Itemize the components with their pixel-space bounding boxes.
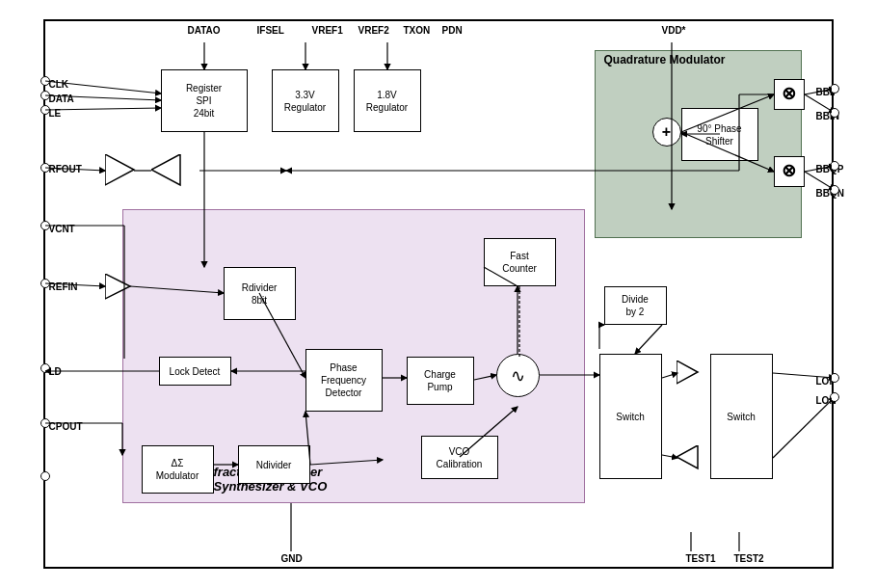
svg-marker-3 (677, 361, 698, 384)
svg-marker-2 (105, 274, 130, 299)
rdivider-block: Rdivider8bit (224, 267, 296, 320)
pin-le: LE (49, 108, 62, 119)
switch1-block: Switch (599, 354, 662, 479)
phase-90-block: 90° PhaseShifter (681, 108, 758, 161)
reg-3v3-block: 3.3VRegulator (272, 69, 339, 132)
lock-detect-block: Lock Detect (159, 357, 231, 386)
circle-bbqp (830, 161, 839, 171)
vco-oscillator: ∿ (496, 354, 540, 397)
circle-rfout (40, 163, 50, 173)
pin-pdn: PDN (442, 25, 463, 36)
svg-line-31 (635, 325, 662, 354)
mixer-top-block: ⊗ (774, 79, 805, 110)
fast-counter-block: FastCounter (484, 238, 556, 286)
pin-txon: TXON (404, 25, 431, 36)
mixer-bottom-block: ⊗ (774, 156, 805, 187)
svg-line-34 (662, 373, 677, 378)
svg-line-35 (662, 455, 677, 458)
phase-freq-block: PhaseFrequencyDetector (305, 349, 383, 412)
circle-vcnt (40, 221, 50, 230)
circle-clk (40, 76, 50, 86)
pin-cpout: CPOUT (49, 421, 83, 432)
pin-datao: DATAO (188, 25, 221, 36)
svg-marker-1 (151, 154, 180, 185)
circle-bbin (830, 108, 839, 118)
amp-bottom (677, 445, 709, 470)
svg-line-37 (773, 397, 832, 458)
pin-refin: REFIN (49, 281, 78, 292)
pin-vdd: VDD* (662, 25, 686, 36)
pin-rfout: RFOUT (49, 164, 82, 174)
pin-vref1: VREF1 (312, 25, 343, 36)
circle-data (40, 91, 50, 100)
circle-bottom-left (40, 471, 50, 481)
refin-buffer (105, 274, 144, 301)
register-spi-block: RegisterSPI24bit (161, 69, 248, 132)
circle-ld (40, 363, 50, 373)
svg-marker-0 (105, 154, 134, 185)
circle-bbqn (830, 185, 839, 195)
divide-by2-block: Divideby 2 (604, 286, 667, 325)
amp-top (677, 361, 709, 386)
delta-sigma-block: ΔΣModulator (142, 445, 214, 494)
svg-line-7 (45, 108, 161, 110)
pin-test1: TEST1 (686, 553, 716, 564)
circle-lop (830, 373, 839, 383)
pin-vref2: VREF2 (358, 25, 389, 36)
output-buffer-right (151, 154, 199, 187)
pin-vcnt: VCNT (49, 224, 75, 234)
diagram-container: fractional / IntegerSynthesizer & VCO Qu… (43, 19, 834, 569)
svg-marker-4 (677, 445, 698, 468)
switch2-block: Switch (710, 354, 773, 479)
summer-node: + (652, 118, 681, 147)
circle-refin (40, 279, 50, 288)
charge-pump-block: ChargePump (407, 357, 474, 405)
pin-ifsel: IFSEL (257, 25, 284, 36)
vco-cal-block: VCOCalibration (421, 436, 498, 479)
circle-le (40, 105, 50, 115)
circle-cpout (40, 418, 50, 428)
output-buffer-left (105, 154, 153, 187)
pin-gnd: GND (281, 553, 303, 564)
ndivider-block: Ndivider (238, 445, 310, 484)
pin-test2: TEST2 (734, 553, 764, 564)
reg-1v8-block: 1.8VRegulator (354, 69, 421, 132)
pin-ld: LD (49, 366, 62, 377)
pin-data: DATA (49, 94, 74, 104)
quad-label: Quadrature Modulator (604, 53, 726, 67)
circle-lon (830, 392, 839, 402)
circle-bbip (830, 84, 839, 94)
pin-clk: CLK (49, 79, 69, 90)
